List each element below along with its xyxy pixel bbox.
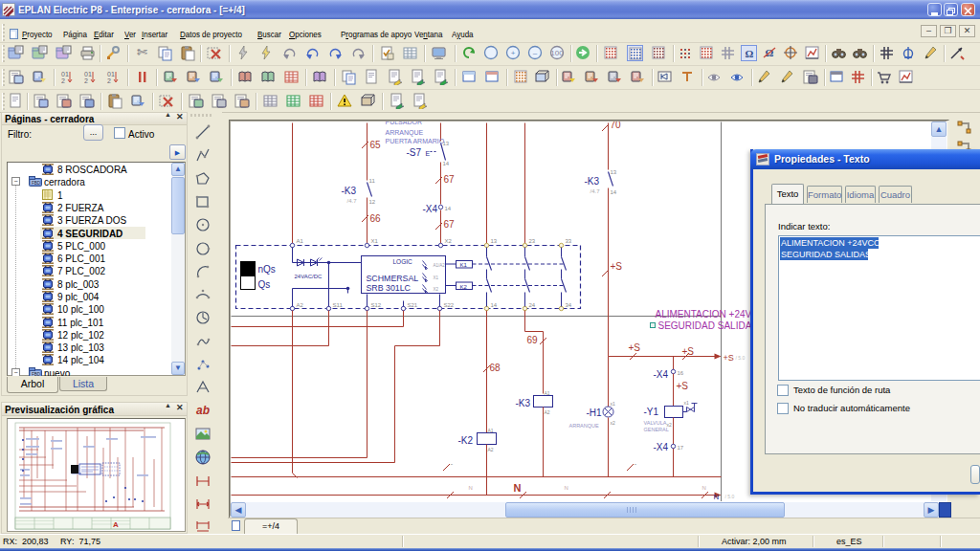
svg-text:A2: A2 xyxy=(488,447,494,452)
svg-text:Ω: Ω xyxy=(746,48,754,59)
svg-text:2: 2 xyxy=(84,77,88,84)
svg-text:nQs: nQs xyxy=(258,264,276,275)
svg-text:68: 68 xyxy=(490,363,501,373)
svg-text:34: 34 xyxy=(566,302,572,308)
svg-text:/4.7: /4.7 xyxy=(590,188,601,194)
svg-text:14: 14 xyxy=(611,189,617,195)
svg-text:+: + xyxy=(511,49,516,57)
svg-text:-Y1: -Y1 xyxy=(644,407,659,417)
svg-text:S12: S12 xyxy=(371,302,382,308)
svg-text:N: N xyxy=(565,485,568,491)
svg-text:17: 17 xyxy=(678,445,684,451)
svg-text:69: 69 xyxy=(527,335,539,345)
svg-text:+S: +S xyxy=(677,381,689,391)
svg-text:/4.7: /4.7 xyxy=(347,198,358,204)
svg-text:GENERAL: GENERAL xyxy=(644,427,669,432)
svg-text:-K3: -K3 xyxy=(516,398,531,408)
svg-text:11: 11 xyxy=(369,178,376,184)
svg-text:70: 70 xyxy=(611,121,622,130)
svg-text:-S7: -S7 xyxy=(407,147,422,158)
svg-text:N: N xyxy=(702,485,706,491)
svg-text:E: E xyxy=(426,150,431,157)
svg-text:2: 2 xyxy=(107,77,111,84)
svg-text:LOGIC: LOGIC xyxy=(393,258,413,265)
svg-text:-K3: -K3 xyxy=(585,176,600,187)
svg-text:ARRANQUE: ARRANQUE xyxy=(386,129,424,137)
svg-text:x2: x2 xyxy=(611,420,616,426)
svg-text:-H1: -H1 xyxy=(587,408,603,418)
svg-text:13: 13 xyxy=(491,238,498,244)
svg-text:PULSADOR: PULSADOR xyxy=(386,121,423,125)
svg-text:FBD: FBD xyxy=(32,181,41,186)
svg-text:ARRANQUE: ARRANQUE xyxy=(569,423,600,429)
svg-text:-: - xyxy=(451,459,454,468)
svg-text:A: A xyxy=(113,520,119,529)
svg-text:A1: A1 xyxy=(545,390,550,396)
svg-text:ALIMENTACION +24VCC: ALIMENTACION +24VCC xyxy=(656,309,766,320)
svg-text:14: 14 xyxy=(445,206,452,211)
svg-text:PUERTA ARMARIO: PUERTA ARMARIO xyxy=(386,138,445,144)
svg-text:67: 67 xyxy=(444,219,456,230)
svg-text:01: 01 xyxy=(84,71,92,77)
svg-text:K2: K2 xyxy=(460,284,468,290)
svg-text:SEGURIDAD SALIDAS: SEGURIDAD SALIDAS xyxy=(658,320,759,331)
svg-text:S22: S22 xyxy=(444,302,455,308)
svg-text:A2: A2 xyxy=(545,409,550,415)
svg-text:-K2: -K2 xyxy=(458,435,474,446)
svg-text:N: N xyxy=(714,493,720,501)
svg-text:–: – xyxy=(533,49,538,57)
svg-text:-X4: -X4 xyxy=(654,369,669,380)
svg-text:100: 100 xyxy=(550,49,564,57)
svg-text:65: 65 xyxy=(370,140,382,150)
svg-text:+S: +S xyxy=(682,346,695,357)
svg-text:33: 33 xyxy=(566,238,572,244)
svg-text:14: 14 xyxy=(491,302,498,308)
svg-text:+S: +S xyxy=(629,342,641,353)
svg-text:-X4: -X4 xyxy=(654,442,669,452)
svg-text:16: 16 xyxy=(678,370,684,376)
svg-text:SCHMERSAL: SCHMERSAL xyxy=(367,274,419,283)
svg-text:S11: S11 xyxy=(333,302,344,308)
svg-text:x1: x1 xyxy=(684,400,690,406)
svg-text:12: 12 xyxy=(369,199,376,205)
svg-text:S21: S21 xyxy=(408,302,418,308)
svg-text:VALVULA: VALVULA xyxy=(644,420,667,426)
svg-text:X1: X1 xyxy=(371,238,379,244)
svg-text:N: N xyxy=(469,485,473,491)
svg-text:-K3: -K3 xyxy=(342,186,357,196)
svg-text:01: 01 xyxy=(61,71,69,77)
svg-text:SRB 301LC: SRB 301LC xyxy=(367,283,412,293)
svg-text:66: 66 xyxy=(370,213,382,224)
svg-text:14: 14 xyxy=(443,161,450,166)
svg-text:-X4: -X4 xyxy=(423,204,438,214)
svg-text:X2: X2 xyxy=(434,287,439,292)
svg-text:N: N xyxy=(514,482,522,494)
svg-text:Qs: Qs xyxy=(258,279,271,290)
svg-text:K1: K1 xyxy=(460,262,468,268)
svg-text:/ 5.0: / 5.0 xyxy=(736,355,746,361)
svg-text:23: 23 xyxy=(529,238,536,244)
svg-text:/ 5.0: / 5.0 xyxy=(725,494,735,499)
svg-text:+S: +S xyxy=(724,353,734,363)
svg-text:A2: A2 xyxy=(297,302,304,308)
svg-text:01: 01 xyxy=(107,71,115,77)
svg-text:A1: A1 xyxy=(488,428,494,433)
svg-text:24: 24 xyxy=(529,302,536,308)
svg-text:A1/A2: A1/A2 xyxy=(434,263,446,268)
svg-text:13: 13 xyxy=(611,169,617,175)
svg-text:x2: x2 xyxy=(667,422,673,428)
svg-text:x1: x1 xyxy=(611,401,616,407)
svg-text:67: 67 xyxy=(444,174,456,185)
svg-text:2: 2 xyxy=(61,77,65,84)
svg-text:X1: X1 xyxy=(434,276,439,280)
svg-text:+S: +S xyxy=(611,261,623,272)
svg-text:-: - xyxy=(635,459,637,468)
svg-text:X2: X2 xyxy=(445,238,453,244)
svg-text:A1: A1 xyxy=(297,238,304,244)
svg-text:24VAC/DC: 24VAC/DC xyxy=(295,274,323,279)
